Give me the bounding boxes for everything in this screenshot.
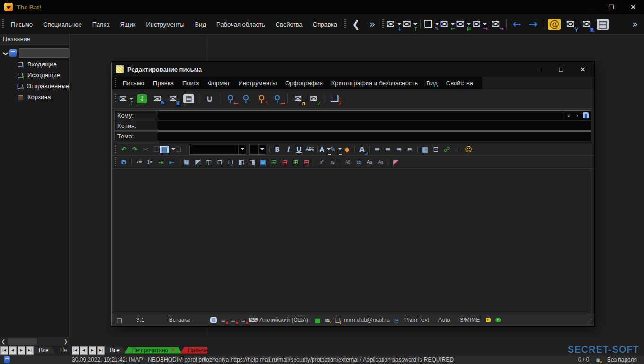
superscript-button[interactable]: x²	[317, 157, 327, 167]
resize-grip-icon[interactable]: ⋰	[587, 318, 592, 324]
delete-column-button[interactable]: ⊟	[302, 157, 312, 167]
menu-item[interactable]: Ящик	[115, 19, 141, 30]
menu-item[interactable]: Вид	[190, 19, 212, 30]
lowercase-button[interactable]: ab	[354, 157, 364, 167]
attach-file-button[interactable]: ∪	[203, 92, 216, 106]
cell-right-button[interactable]: ◨	[247, 157, 257, 167]
menu-item[interactable]: Орфография	[281, 78, 327, 88]
subject-input[interactable]	[158, 131, 591, 141]
spellcheck-forward-button[interactable]: ⚲→	[270, 92, 284, 106]
previous-message-button[interactable]: ←	[510, 17, 524, 31]
get-mail-button-dropdown[interactable]	[397, 23, 401, 25]
folder-sent-icon[interactable]: ❏✉	[16, 82, 24, 91]
decrease-indent-button[interactable]: ⇤	[167, 157, 177, 167]
print-button[interactable]: ▤	[182, 92, 196, 106]
menu-item[interactable]: Справка	[308, 19, 342, 30]
remove-formatting-button[interactable]: A◢	[357, 145, 367, 155]
save-draft-button[interactable]: ✉▣	[166, 92, 180, 106]
next-tab-button[interactable]: ▶	[18, 346, 25, 355]
merge-cells-button[interactable]: ◫	[204, 157, 214, 167]
insert-smiley-button[interactable]: ☺	[464, 145, 474, 155]
last-tab-button[interactable]: ▶|	[97, 346, 105, 355]
compose-minimize-button[interactable]: –	[528, 62, 550, 77]
reply-all-button-dropdown[interactable]	[467, 23, 471, 25]
color-indicator[interactable]: ■	[313, 316, 322, 324]
postpone-button[interactable]: ✉⚑	[151, 92, 164, 106]
account-name-selected[interactable]	[19, 48, 69, 58]
forward-button-dropdown[interactable]	[483, 23, 487, 25]
draw-table-button[interactable]: ◩	[193, 157, 203, 167]
back-button[interactable]: ❮	[349, 17, 363, 31]
font-color-button[interactable]: A▂	[320, 145, 330, 155]
italic-button[interactable]: I	[283, 145, 293, 155]
put-in-outbox-button[interactable]: ↓	[135, 92, 149, 106]
next-message-button[interactable]: →	[526, 17, 540, 31]
align-right-button[interactable]: ≡	[394, 145, 404, 155]
highlight-color-button[interactable]: ✎▂	[331, 145, 341, 155]
restore-button[interactable]: ❐	[600, 0, 622, 14]
compose-close-button[interactable]: ✕	[572, 62, 594, 77]
redirect-button[interactable]: ✉↪	[489, 17, 503, 31]
send-button-dropdown[interactable]	[129, 98, 133, 100]
expand-recipients-icon[interactable]: »	[565, 112, 572, 119]
next-recipient-icon[interactable]: ›	[573, 112, 581, 119]
split-cell-vertical-button[interactable]: ⊓	[215, 157, 224, 167]
horizontal-line-button[interactable]: —	[453, 145, 463, 155]
toolbar-grip[interactable]	[115, 145, 116, 154]
menu-item[interactable]: Поиск	[178, 78, 204, 88]
insert-column-button[interactable]: ⊞	[291, 157, 301, 167]
close-button[interactable]: ✕	[622, 0, 644, 14]
align-center-button[interactable]: ≡	[383, 145, 393, 155]
eraser-button[interactable]: ◤	[391, 157, 401, 167]
prev-tab-button[interactable]: ◀	[9, 346, 17, 355]
signed-icon[interactable]: ✓	[494, 316, 502, 324]
menu-grip[interactable]	[2, 19, 4, 29]
send-queued-mail-button[interactable]: ✉↑	[403, 17, 417, 31]
message-body-editor[interactable]	[112, 169, 594, 314]
delete-row-button[interactable]: ⊟	[280, 157, 290, 167]
autoformat-icon[interactable]: ▤	[209, 316, 217, 324]
get-mail-button[interactable]: ✉↓	[387, 17, 401, 31]
scrollbar-thumb[interactable]	[8, 338, 37, 345]
fill-color-button[interactable]: ◆	[342, 145, 352, 155]
undo-button[interactable]: ↶	[119, 145, 129, 155]
send-queued-mail-button-dropdown[interactable]	[413, 23, 417, 25]
align-marks-3-icon[interactable]: ≡▪	[239, 316, 247, 324]
menu-item[interactable]: Правка	[149, 78, 178, 88]
reply-button-dropdown[interactable]	[451, 23, 455, 25]
reply-button[interactable]: ✉←	[440, 17, 455, 31]
new-message-button-dropdown[interactable]	[435, 23, 439, 25]
menu-item[interactable]: Письмо	[6, 19, 38, 30]
password-database-icon[interactable]: ≣∩	[594, 356, 602, 364]
close-editor-button[interactable]: ❏✗	[328, 92, 341, 106]
tab-flagged[interactable]: Помечено	[180, 347, 207, 354]
spellcheck-back-button[interactable]: ⚲←	[224, 92, 237, 106]
encrypt-button[interactable]: ✉∩	[291, 92, 305, 106]
select-table-button[interactable]: ▦	[258, 157, 268, 167]
tab-all[interactable]: Все	[105, 347, 126, 354]
tab-unread[interactable]: Не прочитано✕	[125, 347, 182, 354]
address-book-icon[interactable]: ▮	[582, 112, 590, 119]
numbered-list-button[interactable]: 1≡	[145, 157, 155, 167]
insert-row-button[interactable]: ⊞	[269, 157, 279, 167]
swap-case-button[interactable]: Aa	[365, 157, 375, 167]
cell-left-button[interactable]: ◧	[236, 157, 246, 167]
folder-outbox-icon[interactable]: ❏↑	[16, 71, 25, 80]
strikethrough-button[interactable]: ABC	[305, 145, 315, 155]
search-messages-button[interactable]: ✉⚲	[564, 17, 578, 31]
folder-pane-header[interactable]: Название	[0, 34, 69, 45]
chevron-down-icon[interactable]: ❯	[3, 51, 9, 55]
font-size-select-chevron-icon[interactable]	[258, 145, 266, 154]
folder-trash-icon[interactable]: ▥	[16, 93, 25, 101]
folder-trash[interactable]: ▥Корзина	[0, 91, 69, 102]
menu-item[interactable]: Инструменты	[234, 78, 281, 88]
new-message-button[interactable]: ❏✎	[424, 17, 438, 31]
address-book-button[interactable]: @	[547, 17, 562, 31]
editor-vscrollbar[interactable]	[590, 169, 594, 314]
forward-button[interactable]: ✉→	[473, 17, 487, 31]
prev-tab-button[interactable]: ◀	[80, 346, 88, 355]
print-button[interactable]: ▤	[596, 17, 610, 31]
paste-button[interactable]: ▤	[162, 145, 172, 155]
toolbar-grip[interactable]	[115, 157, 116, 167]
menu-item[interactable]: Свойства	[270, 19, 308, 30]
